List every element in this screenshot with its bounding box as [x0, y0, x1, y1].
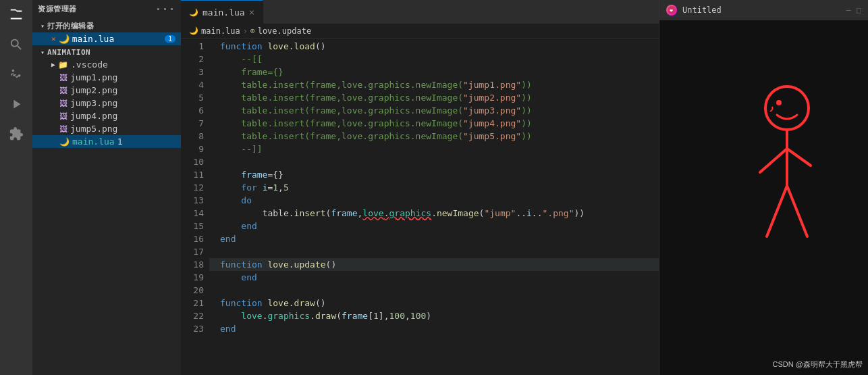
png-icon-5: 🖼	[59, 124, 67, 134]
jump2-label: jump2.png	[70, 85, 117, 95]
tab-bar: 🌙 main.lua ×	[181, 0, 659, 24]
code-line-1: function love.load()	[209, 40, 659, 53]
svg-line-7	[767, 186, 787, 236]
debug-icon[interactable]	[7, 95, 26, 114]
code-line-21: function love.draw()	[209, 297, 659, 309]
breadcrumb-sep-1: ›	[243, 26, 248, 36]
jump1-png[interactable]: 🖼 jump1.png	[32, 71, 181, 84]
sidebar-header: 资源管理器 ···	[32, 0, 181, 18]
vscode-label: .vscode	[71, 59, 108, 70]
code-line-2: --[[	[209, 53, 659, 66]
svg-text:❤: ❤	[670, 7, 673, 14]
lua-file-icon-2: 🌙	[59, 137, 70, 147]
breadcrumb-fn[interactable]: love.update	[258, 26, 311, 36]
files-icon[interactable]	[7, 5, 26, 24]
code-line-18: function love.update()	[209, 258, 659, 271]
tab-lua-icon: 🌙	[189, 8, 198, 17]
chevron-right-icon: ▶	[51, 61, 55, 68]
source-control-icon[interactable]	[7, 65, 26, 84]
png-icon-1: 🖼	[59, 73, 67, 82]
code-line-9: --]]	[209, 143, 659, 155]
lua-file-icon: ✕	[51, 34, 56, 43]
vscode-folder[interactable]: ▶ 📁 .vscode	[32, 58, 181, 71]
line-numbers: 12345 678910 1112131415 1617181920 21222…	[181, 39, 209, 375]
watermark: CSDN @森明帮大于黑虎帮	[773, 359, 863, 370]
preview-controls: — □	[846, 5, 861, 15]
love-icon: ❤	[666, 5, 677, 16]
code-line-3: frame={}	[209, 66, 659, 78]
chevron-down-icon: ▾	[40, 22, 45, 30]
code-line-7: table.insert(frame,love.graphics.newImag…	[209, 117, 659, 130]
code-line-13: do	[209, 194, 659, 207]
svg-line-5	[760, 149, 787, 172]
code-line-19: end	[209, 271, 659, 284]
tab-main-lua[interactable]: 🌙 main.lua ×	[181, 0, 263, 24]
tab-close-icon[interactable]: ×	[249, 7, 254, 18]
preview-panel: ❤ Untitled — □ CSDN @森明帮大于黑虎帮	[659, 0, 868, 375]
folder-icon: 📁	[58, 60, 68, 70]
code-line-10	[209, 155, 659, 168]
sidebar-more-icon[interactable]: ···	[155, 3, 175, 16]
code-lines[interactable]: function love.load() --[[ frame={} table…	[209, 39, 659, 375]
animation-folder-label: ANIMATION	[47, 48, 90, 57]
maximize-icon[interactable]: □	[857, 5, 861, 15]
svg-line-8	[787, 186, 807, 236]
breadcrumb-lua-icon: 🌙	[189, 26, 198, 35]
code-line-14: table.insert(frame,love.graphics.newImag…	[209, 207, 659, 220]
code-line-15: end	[209, 220, 659, 232]
open-editors-label: 打开的编辑器	[47, 21, 94, 31]
code-line-11: frame={}	[209, 168, 659, 181]
svg-point-3	[776, 100, 782, 105]
code-line-22: love.graphics.draw(frame[1],100,100)	[209, 309, 659, 322]
jump4-label: jump4.png	[70, 111, 117, 121]
open-editors-section: ▾ 打开的编辑器 ✕ 🌙 main.lua 1	[32, 20, 181, 45]
code-line-17	[209, 245, 659, 258]
animation-folder-toggle[interactable]: ▾ ANIMATION	[32, 47, 181, 58]
extensions-icon[interactable]	[7, 124, 26, 143]
code-editor[interactable]: 12345 678910 1112131415 1617181920 21222…	[181, 39, 659, 375]
activity-bar	[0, 0, 32, 375]
breadcrumb-file[interactable]: main.lua	[201, 26, 240, 36]
code-line-6: table.insert(frame,love.graphics.newImag…	[209, 104, 659, 117]
search-icon[interactable]	[7, 35, 26, 54]
code-line-23: end	[209, 322, 659, 335]
jump2-png[interactable]: 🖼 jump2.png	[32, 84, 181, 97]
jump3-label: jump3.png	[70, 98, 117, 108]
jump4-png[interactable]: 🖼 jump4.png	[32, 109, 181, 122]
open-file-badge: 1	[165, 35, 175, 43]
breadcrumb-fn-icon: ⊙	[250, 26, 255, 35]
main-lua-explorer[interactable]: 🌙 main.lua 1	[32, 135, 181, 148]
jump3-png[interactable]: 🖼 jump3.png	[32, 97, 181, 109]
code-line-16: end	[209, 232, 659, 245]
open-editors-toggle[interactable]: ▾ 打开的编辑器	[32, 20, 181, 32]
preview-canvas: CSDN @森明帮大于黑虎帮	[659, 20, 868, 375]
tab-label: main.lua	[202, 7, 245, 18]
code-line-8: table.insert(frame,love.graphics.newImag…	[209, 130, 659, 143]
main-lua-label: main.lua	[72, 136, 115, 147]
minimize-icon[interactable]: —	[846, 5, 851, 15]
code-line-4: table.insert(frame,love.graphics.newImag…	[209, 78, 659, 91]
png-icon-4: 🖼	[59, 111, 67, 121]
svg-line-6	[787, 149, 811, 166]
editor-area: 🌙 main.lua × 🌙 main.lua › ⊙ love.update …	[181, 0, 659, 375]
jump5-label: jump5.png	[70, 124, 117, 134]
png-icon-2: 🖼	[59, 86, 67, 95]
lua-icon: 🌙	[59, 34, 70, 44]
code-line-12: for i=1,5	[209, 181, 659, 194]
jump1-label: jump1.png	[70, 72, 117, 82]
preview-title: Untitled	[682, 5, 722, 15]
main-lua-badge: 1	[117, 136, 123, 147]
preview-titlebar: ❤ Untitled — □	[659, 0, 868, 20]
sidebar: 资源管理器 ··· ▾ 打开的编辑器 ✕ 🌙 main.lua 1 ▾ ANIM…	[32, 0, 181, 375]
breadcrumb: 🌙 main.lua › ⊙ love.update	[181, 24, 659, 39]
animation-folder-section: ▾ ANIMATION ▶ 📁 .vscode 🖼 jump1.png 🖼 ju…	[32, 47, 181, 148]
open-file-main-lua[interactable]: ✕ 🌙 main.lua 1	[32, 32, 181, 45]
png-icon-3: 🖼	[59, 99, 67, 108]
jump5-png[interactable]: 🖼 jump5.png	[32, 122, 181, 135]
chevron-down-icon-2: ▾	[40, 49, 45, 56]
code-line-5: table.insert(frame,love.graphics.newImag…	[209, 91, 659, 104]
code-line-20	[209, 284, 659, 297]
stick-figure	[747, 74, 828, 264]
open-file-label: main.lua	[72, 34, 115, 44]
